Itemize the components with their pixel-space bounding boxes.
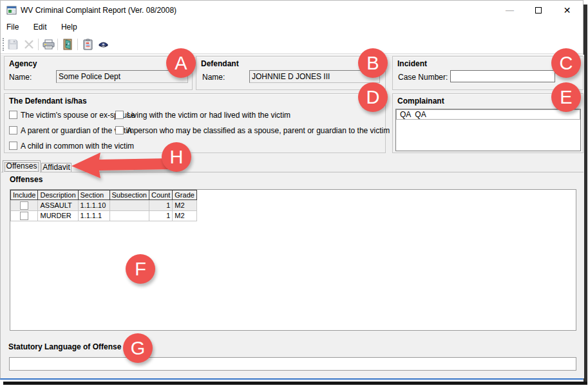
offense-row-assault[interactable]: ASSAULT 1.1.1.10 1 M2 [11, 200, 197, 211]
cell-grade[interactable]: M2 [173, 210, 197, 221]
menu-edit[interactable]: Edit [28, 20, 53, 35]
maximize-button[interactable] [524, 1, 553, 20]
col-subsection[interactable]: Subsection [109, 190, 149, 200]
callout-b: B [358, 48, 388, 78]
cell-description[interactable]: MURDER [38, 210, 78, 221]
checkbox-living-with-victim[interactable] [115, 111, 124, 119]
app-window: WV Criminal Complaint Report (Ver. 08/20… [0, 0, 583, 380]
menu-help[interactable]: Help [55, 20, 83, 35]
col-include[interactable]: Include [11, 190, 38, 200]
toolbar [1, 35, 583, 54]
include-checkbox[interactable] [20, 212, 28, 220]
menu-file[interactable]: File [1, 20, 24, 35]
checkbox-living-with-victim-label: Living with the victim or had lived with… [127, 111, 290, 120]
tab-affidavit[interactable]: Affidavit [41, 163, 71, 172]
tab-affidavit-label: Affidavit [43, 163, 70, 172]
col-grade[interactable]: Grade [173, 190, 197, 200]
statutory-language-field[interactable] [9, 357, 576, 371]
defendant-flags-groupbox: The Defendant is/has The victim's spouse… [4, 93, 386, 153]
case-number-label: Case Number: [398, 73, 448, 82]
offense-row-murder[interactable]: MURDER 1.1.1.1 1 M2 [11, 210, 197, 221]
defendant-title: Defendant [201, 59, 239, 68]
cell-subsection[interactable] [109, 200, 149, 211]
offense-grid-container[interactable]: Include Description Section Subsection C… [10, 189, 576, 331]
delete-icon[interactable] [22, 37, 36, 51]
checkbox-spouse[interactable] [9, 111, 17, 119]
report-clipboard-icon[interactable] [81, 37, 95, 51]
complainant-title: Complainant [397, 97, 444, 106]
callout-d: D [358, 82, 388, 112]
cell-count[interactable]: 1 [149, 210, 172, 221]
checkbox-classified-as[interactable] [115, 126, 124, 134]
print-icon[interactable] [41, 37, 55, 51]
cell-grade[interactable]: M2 [173, 200, 197, 211]
complainant-list[interactable]: QA QA [395, 109, 581, 151]
toolbar-gripper[interactable] [3, 38, 5, 51]
agency-name-field[interactable] [56, 70, 188, 83]
cell-description[interactable]: ASSAULT [38, 200, 78, 211]
callout-c: C [551, 48, 581, 78]
cell-subsection[interactable] [109, 210, 149, 221]
defendant-name-label: Name: [202, 73, 225, 82]
checkbox-child-in-common-label: A child in common with the victim [21, 142, 134, 151]
window-shadow-bottom [3, 382, 587, 385]
col-count[interactable]: Count [149, 190, 172, 200]
tab-focus-rect [5, 162, 39, 172]
checkbox-classified-as-label: A person who may be classified as a spou… [127, 126, 390, 135]
tab-offenses[interactable]: Offenses [3, 160, 41, 172]
agency-groupbox: Agency Name: [4, 56, 193, 90]
callout-f: F [126, 254, 155, 284]
toolbar-separator [57, 39, 58, 50]
statutory-language-label: Statutory Language of Offense [8, 342, 121, 351]
window-title: WV Criminal Complaint Report (Ver. 08/20… [21, 1, 176, 20]
agency-title: Agency [9, 59, 37, 68]
col-section[interactable]: Section [78, 190, 109, 200]
toolbar-separator [77, 39, 78, 50]
toolbar-separator [38, 39, 39, 50]
cell-section[interactable]: 1.1.1.10 [78, 200, 109, 211]
complainant-list-item[interactable]: QA QA [396, 109, 580, 120]
title-bar[interactable]: WV Criminal Complaint Report (Ver. 08/20… [1, 1, 583, 20]
tab-strip-line [1, 172, 583, 172]
include-checkbox[interactable] [20, 201, 28, 210]
callout-e: E [551, 82, 581, 112]
callout-a: A [166, 48, 196, 78]
callout-h: H [162, 142, 191, 172]
checkbox-parent-guardian[interactable] [9, 126, 17, 134]
offense-table: Include Description Section Subsection C… [10, 190, 197, 221]
app-icon [6, 5, 17, 15]
defendant-groupbox: Defendant Name: [196, 56, 386, 90]
offense-table-header: Include Description Section Subsection C… [11, 190, 197, 200]
cell-section[interactable]: 1.1.1.1 [78, 210, 109, 221]
defendant-name-field[interactable] [249, 70, 380, 83]
agency-name-label: Name: [9, 73, 32, 82]
defendant-flags-title: The Defendant is/has [9, 97, 87, 106]
offenses-heading: Offenses [10, 175, 43, 184]
cell-count[interactable]: 1 [149, 200, 172, 211]
menu-bar: File Edit Help [1, 20, 583, 35]
save-icon[interactable] [6, 37, 20, 51]
col-description[interactable]: Description [38, 190, 78, 200]
callout-g: G [123, 333, 153, 363]
incident-title: Incident [397, 59, 427, 68]
screenshot-stage: WV Criminal Complaint Report (Ver. 08/20… [0, 0, 588, 388]
minimize-button[interactable]: — [495, 1, 524, 20]
checkbox-child-in-common[interactable] [9, 142, 17, 150]
close-button[interactable]: ✕ [553, 1, 582, 20]
case-number-field[interactable] [450, 70, 555, 82]
police-cap-icon[interactable] [96, 37, 110, 51]
exit-door-icon[interactable] [61, 37, 75, 51]
